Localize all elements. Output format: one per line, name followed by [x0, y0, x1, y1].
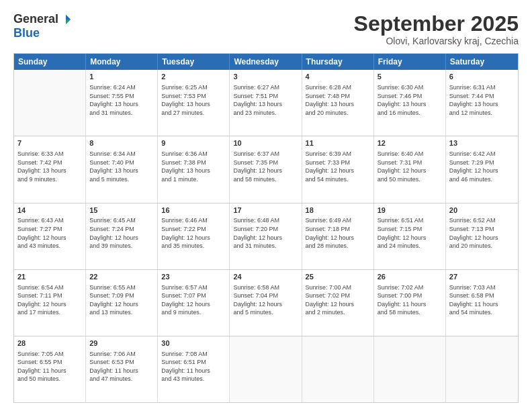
day-info: Sunrise: 6:49 AM Sunset: 7:18 PM Dayligh… [306, 216, 370, 250]
calendar-cell: 28Sunrise: 7:05 AM Sunset: 6:55 PM Dayli… [14, 336, 86, 402]
day-info: Sunrise: 7:05 AM Sunset: 6:55 PM Dayligh… [17, 350, 82, 383]
day-number: 2 [161, 72, 226, 82]
calendar-cell: 9Sunrise: 6:36 AM Sunset: 7:38 PM Daylig… [158, 136, 230, 202]
day-info: Sunrise: 6:37 AM Sunset: 7:35 PM Dayligh… [233, 150, 298, 183]
day-number: 25 [306, 272, 370, 282]
day-number: 30 [161, 338, 226, 349]
day-number: 12 [378, 138, 442, 148]
calendar-cell: 5Sunrise: 6:30 AM Sunset: 7:46 PM Daylig… [374, 70, 446, 136]
header-day-friday: Friday [374, 54, 446, 70]
day-info: Sunrise: 6:51 AM Sunset: 7:15 PM Dayligh… [378, 216, 442, 250]
day-number: 5 [378, 72, 442, 82]
calendar-cell: 22Sunrise: 6:55 AM Sunset: 7:09 PM Dayli… [86, 270, 158, 336]
day-info: Sunrise: 6:46 AM Sunset: 7:22 PM Dayligh… [161, 216, 226, 250]
svg-marker-1 [66, 19, 71, 24]
logo-icon [60, 13, 72, 26]
logo-general: General [13, 12, 58, 26]
calendar-cell: 21Sunrise: 6:54 AM Sunset: 7:11 PM Dayli… [14, 270, 86, 336]
day-number: 1 [89, 72, 154, 82]
calendar-header: SundayMondayTuesdayWednesdayThursdayFrid… [14, 54, 518, 70]
calendar-cell: 29Sunrise: 7:06 AM Sunset: 6:53 PM Dayli… [86, 336, 158, 402]
header: General Blue September 2025 Olovi, Karlo… [13, 12, 519, 46]
calendar-cell: 24Sunrise: 6:58 AM Sunset: 7:04 PM Dayli… [230, 270, 302, 336]
day-number: 11 [306, 138, 370, 148]
day-number: 21 [17, 272, 82, 282]
day-info: Sunrise: 6:28 AM Sunset: 7:48 PM Dayligh… [306, 83, 370, 117]
calendar-cell [302, 336, 374, 402]
day-info: Sunrise: 6:55 AM Sunset: 7:09 PM Dayligh… [89, 283, 154, 317]
day-info: Sunrise: 6:30 AM Sunset: 7:46 PM Dayligh… [378, 83, 442, 117]
day-number: 17 [233, 205, 298, 216]
header-day-wednesday: Wednesday [230, 54, 302, 70]
day-number: 18 [306, 205, 370, 216]
calendar-cell: 2Sunrise: 6:25 AM Sunset: 7:53 PM Daylig… [158, 70, 230, 136]
calendar-cell: 26Sunrise: 7:02 AM Sunset: 7:00 PM Dayli… [374, 270, 446, 336]
calendar-cell: 3Sunrise: 6:27 AM Sunset: 7:51 PM Daylig… [230, 70, 302, 136]
day-info: Sunrise: 6:54 AM Sunset: 7:11 PM Dayligh… [17, 283, 82, 317]
day-number: 15 [89, 205, 154, 216]
calendar-cell: 14Sunrise: 6:43 AM Sunset: 7:27 PM Dayli… [14, 203, 86, 269]
calendar-row-3: 21Sunrise: 6:54 AM Sunset: 7:11 PM Dayli… [14, 269, 518, 336]
header-day-monday: Monday [86, 54, 158, 70]
day-info: Sunrise: 6:43 AM Sunset: 7:27 PM Dayligh… [17, 216, 82, 250]
day-number: 28 [17, 338, 82, 349]
day-info: Sunrise: 6:24 AM Sunset: 7:55 PM Dayligh… [89, 83, 154, 117]
day-info: Sunrise: 6:57 AM Sunset: 7:07 PM Dayligh… [161, 283, 226, 317]
calendar-cell [14, 70, 86, 136]
calendar-cell: 23Sunrise: 6:57 AM Sunset: 7:07 PM Dayli… [158, 270, 230, 336]
calendar-cell: 8Sunrise: 6:34 AM Sunset: 7:40 PM Daylig… [86, 136, 158, 202]
calendar-cell: 16Sunrise: 6:46 AM Sunset: 7:22 PM Dayli… [158, 203, 230, 269]
day-number: 6 [449, 72, 515, 82]
calendar-cell [230, 336, 302, 402]
calendar-cell: 4Sunrise: 6:28 AM Sunset: 7:48 PM Daylig… [302, 70, 374, 136]
header-day-saturday: Saturday [446, 54, 518, 70]
location: Olovi, Karlovarsky kraj, Czechia [354, 36, 519, 46]
day-info: Sunrise: 6:31 AM Sunset: 7:44 PM Dayligh… [449, 83, 515, 117]
logo-blue: Blue [13, 26, 40, 40]
calendar-cell: 10Sunrise: 6:37 AM Sunset: 7:35 PM Dayli… [230, 136, 302, 202]
calendar-row-2: 14Sunrise: 6:43 AM Sunset: 7:27 PM Dayli… [14, 203, 518, 269]
calendar: SundayMondayTuesdayWednesdayThursdayFrid… [13, 53, 519, 403]
day-number: 7 [17, 138, 82, 148]
calendar-cell: 25Sunrise: 7:00 AM Sunset: 7:02 PM Dayli… [302, 270, 374, 336]
calendar-cell: 6Sunrise: 6:31 AM Sunset: 7:44 PM Daylig… [446, 70, 518, 136]
day-info: Sunrise: 6:42 AM Sunset: 7:29 PM Dayligh… [449, 150, 515, 183]
day-number: 8 [89, 138, 154, 148]
day-info: Sunrise: 7:08 AM Sunset: 6:51 PM Dayligh… [161, 350, 226, 383]
day-number: 29 [89, 338, 154, 349]
day-number: 4 [306, 72, 370, 82]
title-block: September 2025 Olovi, Karlovarsky kraj, … [354, 12, 519, 46]
day-number: 26 [378, 272, 442, 282]
day-info: Sunrise: 6:25 AM Sunset: 7:53 PM Dayligh… [161, 83, 226, 117]
header-day-sunday: Sunday [14, 54, 86, 70]
calendar-row-1: 7Sunrise: 6:33 AM Sunset: 7:42 PM Daylig… [14, 136, 518, 202]
calendar-cell [446, 336, 518, 402]
month-title: September 2025 [354, 12, 519, 36]
day-number: 13 [449, 138, 515, 148]
calendar-cell: 18Sunrise: 6:49 AM Sunset: 7:18 PM Dayli… [302, 203, 374, 269]
page: General Blue September 2025 Olovi, Karlo… [0, 0, 532, 411]
day-number: 10 [233, 138, 298, 148]
day-number: 24 [233, 272, 298, 282]
calendar-cell: 7Sunrise: 6:33 AM Sunset: 7:42 PM Daylig… [14, 136, 86, 202]
day-info: Sunrise: 6:33 AM Sunset: 7:42 PM Dayligh… [17, 150, 82, 183]
day-info: Sunrise: 6:58 AM Sunset: 7:04 PM Dayligh… [233, 283, 298, 317]
day-number: 16 [161, 205, 226, 216]
calendar-cell: 13Sunrise: 6:42 AM Sunset: 7:29 PM Dayli… [446, 136, 518, 202]
day-number: 14 [17, 205, 82, 216]
day-info: Sunrise: 7:02 AM Sunset: 7:00 PM Dayligh… [378, 283, 442, 317]
day-info: Sunrise: 6:27 AM Sunset: 7:51 PM Dayligh… [233, 83, 298, 117]
day-info: Sunrise: 6:34 AM Sunset: 7:40 PM Dayligh… [89, 150, 154, 183]
day-number: 3 [233, 72, 298, 82]
day-number: 19 [378, 205, 442, 216]
day-number: 20 [449, 205, 515, 216]
day-number: 27 [449, 272, 515, 282]
header-day-tuesday: Tuesday [158, 54, 230, 70]
calendar-cell [374, 336, 446, 402]
calendar-cell: 17Sunrise: 6:48 AM Sunset: 7:20 PM Dayli… [230, 203, 302, 269]
calendar-cell: 19Sunrise: 6:51 AM Sunset: 7:15 PM Dayli… [374, 203, 446, 269]
day-info: Sunrise: 6:40 AM Sunset: 7:31 PM Dayligh… [378, 150, 442, 183]
day-info: Sunrise: 6:39 AM Sunset: 7:33 PM Dayligh… [306, 150, 370, 183]
day-number: 22 [89, 272, 154, 282]
calendar-cell: 12Sunrise: 6:40 AM Sunset: 7:31 PM Dayli… [374, 136, 446, 202]
